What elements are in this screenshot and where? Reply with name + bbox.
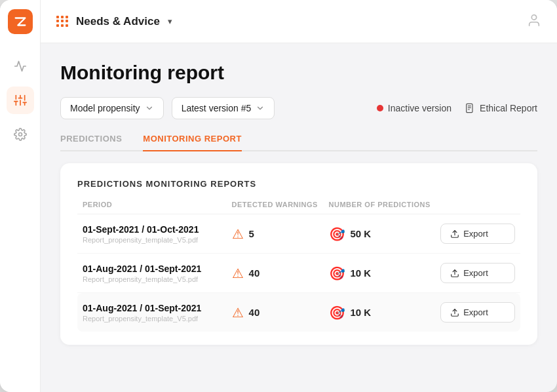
grid-icon: [56, 16, 68, 28]
document-icon: [465, 103, 475, 113]
user-icon-area[interactable]: [527, 13, 541, 30]
app-name: Needs & Advice: [76, 15, 160, 28]
export-button-2[interactable]: Export: [440, 302, 515, 323]
status-row: Inactive version Ethical Report: [377, 103, 537, 113]
target-icon: 🎯: [329, 265, 345, 281]
svg-point-9: [18, 133, 22, 136]
card-title: PREDICTIONS MONITORING REPORTS: [77, 179, 520, 189]
export-button-0[interactable]: Export: [440, 224, 515, 244]
logo[interactable]: [8, 9, 33, 34]
table-header: PERIOD DETECTED WARNINGS NUMBER OF PREDI…: [77, 201, 520, 214]
tabs: PREDICTIONS MONITORING REPORT: [60, 134, 537, 151]
target-icon: 🎯: [329, 305, 345, 321]
col-period: PERIOD: [83, 201, 232, 208]
table-row: 01-Aug-2021 / 01-Sept-2021 Report_propen…: [77, 254, 520, 293]
sidebar: [0, 0, 41, 392]
sidebar-item-sliders[interactable]: [7, 87, 34, 114]
svg-rect-11: [467, 104, 472, 112]
row-period-0: 01-Sept-2021 / 01-Oct-2021 Report_propen…: [83, 224, 232, 244]
filters-row: Model propensity Latest version #5 Inact…: [60, 97, 537, 119]
row-predictions-0: 🎯 50 K: [329, 226, 441, 242]
chevron-down-icon: [145, 104, 154, 113]
row-period-2: 01-Aug-2021 / 01-Sept-2021 Report_propen…: [83, 303, 232, 323]
user-icon: [527, 13, 541, 28]
warning-triangle-icon: ⚠: [232, 265, 244, 281]
red-dot-icon: [377, 105, 383, 111]
row-predictions-1: 🎯 10 K: [329, 265, 441, 281]
target-icon: 🎯: [329, 226, 345, 242]
sidebar-nav: [7, 52, 34, 383]
settings-icon: [14, 128, 27, 141]
col-warnings: DETECTED WARNINGS: [232, 201, 329, 208]
main-area: Needs & Advice ▾ Monitoring report Model…: [41, 0, 557, 392]
svg-point-10: [531, 14, 536, 19]
ethical-report-link[interactable]: Ethical Report: [465, 103, 537, 113]
row-warnings-2: ⚠ 40: [232, 305, 329, 321]
table-row: 01-Aug-2021 / 01-Sept-2021 Report_propen…: [77, 293, 520, 332]
upload-icon: [450, 308, 459, 317]
col-predictions: NUMBER OF PREDICTIONS: [329, 201, 441, 208]
upload-icon: [450, 269, 459, 278]
inactive-version-indicator: Inactive version: [377, 103, 451, 113]
chevron-down-icon: [256, 104, 265, 113]
page-title: Monitoring report: [60, 62, 537, 84]
app-window: Needs & Advice ▾ Monitoring report Model…: [0, 0, 557, 392]
table-row: 01-Sept-2021 / 01-Oct-2021 Report_propen…: [77, 214, 520, 254]
upload-icon: [450, 229, 459, 239]
row-predictions-2: 🎯 10 K: [329, 305, 441, 321]
row-period-1: 01-Aug-2021 / 01-Sept-2021 Report_propen…: [83, 264, 232, 283]
row-warnings-0: ⚠ 5: [232, 226, 329, 242]
chevron-down-icon[interactable]: ▾: [168, 16, 172, 26]
sidebar-item-chart[interactable]: [7, 52, 34, 80]
col-action: [440, 201, 515, 208]
sidebar-item-settings[interactable]: [7, 121, 34, 148]
z-icon: [13, 14, 28, 29]
chart-icon: [14, 60, 27, 73]
topbar: Needs & Advice ▾: [41, 0, 557, 43]
row-warnings-1: ⚠ 40: [232, 265, 329, 281]
monitoring-card: PREDICTIONS MONITORING REPORTS PERIOD DE…: [60, 163, 537, 345]
warning-triangle-icon: ⚠: [232, 226, 244, 242]
topbar-left: Needs & Advice ▾: [56, 15, 172, 28]
sliders-icon: [14, 94, 27, 107]
model-dropdown[interactable]: Model propensity: [60, 97, 164, 119]
warning-triangle-icon: ⚠: [232, 305, 244, 321]
tab-monitoring[interactable]: MONITORING REPORT: [143, 134, 242, 151]
version-dropdown[interactable]: Latest version #5: [172, 97, 275, 119]
export-button-1[interactable]: Export: [440, 263, 515, 283]
content-area: Monitoring report Model propensity Lates…: [41, 43, 557, 392]
tab-predictions[interactable]: PREDICTIONS: [60, 134, 122, 151]
